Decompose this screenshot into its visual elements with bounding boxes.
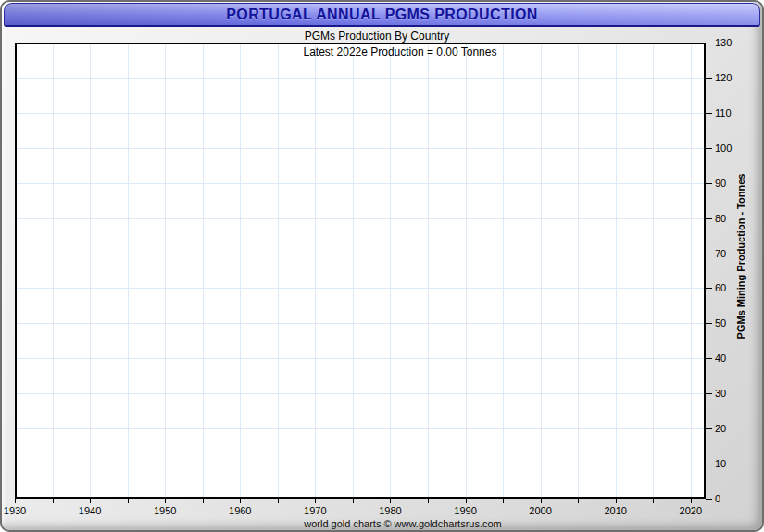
x-gridline [428, 43, 429, 499]
x-gridline [240, 43, 241, 499]
y-tick [706, 113, 712, 114]
x-gridline [165, 43, 166, 499]
x-tick [90, 499, 91, 503]
y-gridline [15, 218, 706, 219]
y-tick-label: 90 [715, 178, 726, 189]
x-tick [165, 499, 166, 503]
x-tick [128, 499, 129, 503]
y-tick [706, 428, 712, 429]
y-gridline [15, 113, 706, 114]
chart-title-bar: PORTUGAL ANNUAL PGMS PRODUCTION [4, 3, 760, 27]
x-gridline [128, 43, 129, 499]
page-title: PORTUGAL ANNUAL PGMS PRODUCTION [226, 4, 538, 25]
y-tick [706, 393, 712, 394]
y-tick [706, 43, 712, 43]
y-tick-label: 80 [715, 213, 726, 224]
y-gridline [15, 148, 706, 149]
y-tick-label: 20 [715, 423, 726, 434]
x-tick [653, 499, 654, 503]
x-tick-label: 1970 [304, 505, 326, 516]
x-tick-label: 1990 [454, 505, 476, 516]
y-tick [706, 218, 712, 219]
y-gridline [15, 183, 706, 184]
x-tick [616, 499, 617, 503]
x-tick [53, 499, 54, 503]
x-tick [353, 499, 354, 503]
x-tick-label: 1960 [229, 505, 251, 516]
x-tick [278, 499, 279, 503]
x-tick [390, 499, 391, 503]
y-tick-label: 120 [715, 72, 732, 83]
x-tick-label: 2010 [604, 505, 626, 516]
x-tick [203, 499, 204, 503]
x-tick-label: 1980 [379, 505, 401, 516]
y-tick [706, 78, 712, 79]
x-tick-label: 1930 [4, 505, 26, 516]
y-gridline [15, 254, 706, 254]
x-tick [503, 499, 504, 503]
y-gridline [15, 393, 706, 394]
y-tick [706, 254, 712, 254]
footer-credit: world gold charts © www.goldchartsrus.co… [39, 518, 764, 529]
plot-background [15, 43, 706, 499]
latest-production-annotation: Latest 2022e Production = 0.00 Tonnes [30, 45, 764, 58]
x-gridline [578, 43, 579, 499]
x-tick-label: 2020 [680, 505, 702, 516]
y-tick-label: 100 [715, 142, 732, 154]
x-gridline [691, 43, 692, 499]
x-gridline [353, 43, 354, 499]
x-gridline [315, 43, 316, 499]
x-gridline [278, 43, 279, 499]
x-tick-label: 1940 [79, 505, 101, 516]
x-tick [15, 499, 16, 503]
x-tick [578, 499, 579, 503]
y-gridline [15, 288, 706, 289]
y-tick [706, 148, 712, 149]
y-gridline [15, 464, 706, 464]
x-gridline [90, 43, 91, 499]
y-tick [706, 183, 712, 184]
y-tick [706, 288, 712, 289]
y-gridline [15, 428, 706, 429]
x-gridline [390, 43, 391, 499]
y-gridline [15, 358, 706, 359]
x-tick [466, 499, 467, 503]
y-tick-label: 50 [715, 317, 726, 328]
y-tick-label: 30 [715, 388, 726, 399]
chart-subtitle: PGMs Production By Country [2, 30, 752, 43]
y-gridline [15, 323, 706, 324]
x-gridline [203, 43, 204, 499]
y-tick-label: 0 [715, 493, 720, 504]
y-tick-label: 110 [715, 107, 732, 118]
y-tick [706, 323, 712, 324]
x-tick-label: 1950 [154, 505, 176, 516]
y-tick-label: 40 [715, 353, 726, 364]
y-tick [706, 499, 712, 500]
x-gridline [466, 43, 467, 499]
y-tick [706, 358, 712, 359]
y-gridline [15, 78, 706, 79]
x-tick [541, 499, 542, 503]
chart-window: PORTUGAL ANNUAL PGMS PRODUCTION PGMs Pro… [0, 0, 764, 532]
y-axis-title: PGMs Mining Production - Tonnes [735, 29, 748, 485]
x-tick [691, 499, 692, 503]
x-tick [240, 499, 241, 503]
x-gridline [53, 43, 54, 499]
x-gridline [616, 43, 617, 499]
y-tick-label: 10 [715, 458, 726, 469]
x-tick-label: 2000 [529, 505, 551, 516]
y-tick-label: 60 [715, 282, 726, 293]
x-gridline [541, 43, 542, 499]
x-tick [315, 499, 316, 503]
x-gridline [653, 43, 654, 499]
x-gridline [503, 43, 504, 499]
y-tick-label: 70 [715, 248, 726, 259]
x-tick [428, 499, 429, 503]
y-tick [706, 464, 712, 464]
